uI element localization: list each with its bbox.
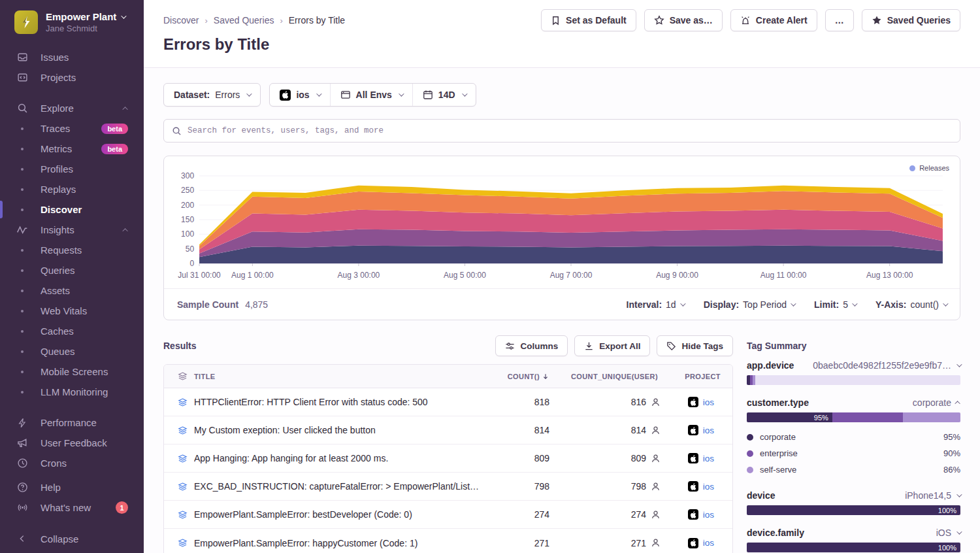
sidebar-item-llm-monitoring[interactable]: LLM Monitoring — [0, 382, 144, 402]
stack-icon[interactable] — [171, 538, 194, 548]
table-body: HTTPClientError: HTTP Client Error with … — [164, 388, 732, 553]
sidebar-item-performance[interactable]: Performance — [0, 412, 144, 433]
tag-icon — [666, 341, 676, 351]
sidebar-item-what-s-new[interactable]: What's new1 — [0, 497, 144, 518]
bullet-icon — [16, 305, 28, 317]
pulse-icon — [16, 224, 28, 236]
sidebar-item-insights[interactable]: Insights — [0, 220, 144, 240]
interval-control[interactable]: Interval:1d — [627, 299, 684, 310]
project-filter[interactable]: ios — [270, 84, 329, 106]
project-link[interactable]: ios — [703, 510, 714, 520]
tag-header[interactable]: device.familyiOS — [747, 528, 960, 538]
sidebar-item-explore[interactable]: Explore — [0, 98, 144, 118]
tag-block-device: deviceiPhone14,5100% — [747, 490, 960, 515]
search-input[interactable] — [188, 126, 952, 135]
row-title[interactable]: EmpowerPlant.SampleError: bestDeveloper … — [194, 509, 492, 520]
project-link[interactable]: ios — [703, 397, 714, 407]
dataset-filter[interactable]: Dataset: Errors — [163, 83, 261, 107]
tag-header[interactable]: deviceiPhone14,5 — [747, 490, 960, 501]
sidebar-item-label: Help — [41, 482, 61, 493]
project-link[interactable]: ios — [703, 482, 714, 492]
stack-icon[interactable] — [171, 426, 194, 435]
stack-icon[interactable] — [171, 397, 194, 407]
column-header-count[interactable]: COUNT() — [492, 373, 552, 380]
row-title[interactable]: My Custom exeption: User clicked the but… — [194, 425, 492, 435]
breadcrumb-saved-queries[interactable]: Saved Queries — [214, 15, 274, 25]
stack-icon[interactable] — [171, 510, 194, 520]
chevron-down-icon — [247, 91, 252, 96]
sidebar-item-replays[interactable]: Replays — [0, 179, 144, 199]
breadcrumb-discover[interactable]: Discover — [163, 15, 199, 25]
search-icon — [16, 103, 28, 114]
project-link[interactable]: ios — [703, 538, 714, 548]
row-title[interactable]: HTTPClientError: HTTP Client Error with … — [194, 397, 492, 407]
sample-count-label: Sample Count — [177, 299, 238, 310]
help-icon — [16, 482, 28, 494]
chevron-down-icon — [316, 91, 321, 96]
row-title[interactable]: EmpowerPlant.SampleError: happyCustomer … — [194, 538, 492, 548]
stack-icon[interactable] — [171, 454, 194, 463]
save-as-button[interactable]: Save as… — [644, 9, 723, 31]
more-options-button[interactable]: … — [825, 9, 854, 31]
org-user: Jane Schmidt — [46, 24, 125, 33]
stack-icon[interactable] — [171, 371, 194, 381]
org-switcher[interactable]: Empower Plant Jane Schmidt — [0, 0, 144, 43]
y-axis-control[interactable]: Y-Axis:count() — [875, 299, 947, 310]
button-label: Hide Tags — [681, 341, 723, 351]
tag-distribution-bar: 100% — [747, 543, 960, 552]
sidebar-item-discover[interactable]: Discover — [0, 199, 144, 220]
sidebar-item-assets[interactable]: Assets — [0, 280, 144, 301]
sidebar-item-user-feedback[interactable]: User Feedback — [0, 433, 144, 453]
control-label: Interval: — [627, 299, 662, 310]
sidebar-item-crons[interactable]: Crons — [0, 453, 144, 473]
display-control[interactable]: Display:Top Period — [704, 299, 794, 310]
sidebar-item-label: Profiles — [41, 163, 73, 175]
columns-button[interactable]: Columns — [495, 335, 568, 356]
control-value: 1d — [666, 299, 676, 310]
sidebar-item-web-vitals[interactable]: Web Vitals — [0, 301, 144, 321]
sidebar-item-help[interactable]: Help — [0, 477, 144, 497]
column-header-project[interactable]: PROJECT — [662, 373, 732, 380]
hide-tags-button[interactable]: Hide Tags — [657, 335, 733, 356]
create-alert-button[interactable]: Create Alert — [730, 9, 817, 31]
header-actions: Set as DefaultSave as…Create Alert…Saved… — [541, 9, 960, 31]
export-all-button[interactable]: Export All — [574, 335, 650, 356]
tag-value: iOS — [936, 528, 951, 538]
releases-legend-toggle[interactable]: Releases — [909, 164, 949, 172]
tag-key: device — [747, 490, 776, 501]
column-header-title[interactable]: TITLE — [194, 373, 492, 380]
svg-text:300: 300 — [181, 171, 194, 180]
limit-control[interactable]: Limit:5 — [814, 299, 856, 310]
svg-text:150: 150 — [181, 215, 194, 224]
sidebar-collapse-button[interactable]: Collapse — [0, 524, 144, 553]
sidebar-item-projects[interactable]: Projects — [0, 67, 144, 88]
timerange-filter[interactable]: 14D — [412, 84, 476, 106]
sidebar-item-mobile-screens[interactable]: Mobile Screens — [0, 361, 144, 382]
app-root: Empower Plant Jane Schmidt IssuesProject… — [0, 0, 980, 553]
sidebar-item-queues[interactable]: Queues — [0, 341, 144, 361]
bullet-icon — [16, 143, 28, 155]
sidebar-item-requests[interactable]: Requests — [0, 240, 144, 260]
apple-icon — [688, 397, 698, 407]
tag-header[interactable]: app.device0baebc0de4982f1255f2e9e9fb7… — [747, 360, 960, 371]
environment-filter[interactable]: All Envs — [330, 84, 412, 106]
project-link[interactable]: ios — [703, 454, 714, 463]
results-table: TITLE COUNT() COUNT_UNIQUE(USER) PROJECT… — [163, 364, 733, 553]
legend-dot-icon — [747, 467, 753, 473]
sidebar-item-queries[interactable]: Queries — [0, 260, 144, 280]
sidebar-item-issues[interactable]: Issues — [0, 47, 144, 67]
tag-header[interactable]: customer.typecorporate — [747, 397, 960, 408]
tag-legend: corporate95%enterprise90%self-serve86% — [747, 429, 960, 478]
row-title[interactable]: App Hanging: App hanging for at least 20… — [194, 453, 492, 463]
row-title[interactable]: EXC_BAD_INSTRUCTION: captureFatalError: … — [194, 481, 492, 492]
sidebar-item-profiles[interactable]: Profiles — [0, 159, 144, 179]
sidebar-item-traces[interactable]: Tracesbeta — [0, 118, 144, 139]
column-header-count-unique[interactable]: COUNT_UNIQUE(USER) — [552, 373, 662, 380]
sidebar-item-caches[interactable]: Caches — [0, 321, 144, 341]
set-as-default-button[interactable]: Set as Default — [541, 9, 636, 31]
project-link[interactable]: ios — [703, 426, 714, 435]
apple-icon — [688, 453, 698, 463]
stack-icon[interactable] — [171, 482, 194, 492]
sidebar-item-metrics[interactable]: Metricsbeta — [0, 139, 144, 159]
saved-queries-button[interactable]: Saved Queries — [862, 9, 960, 31]
